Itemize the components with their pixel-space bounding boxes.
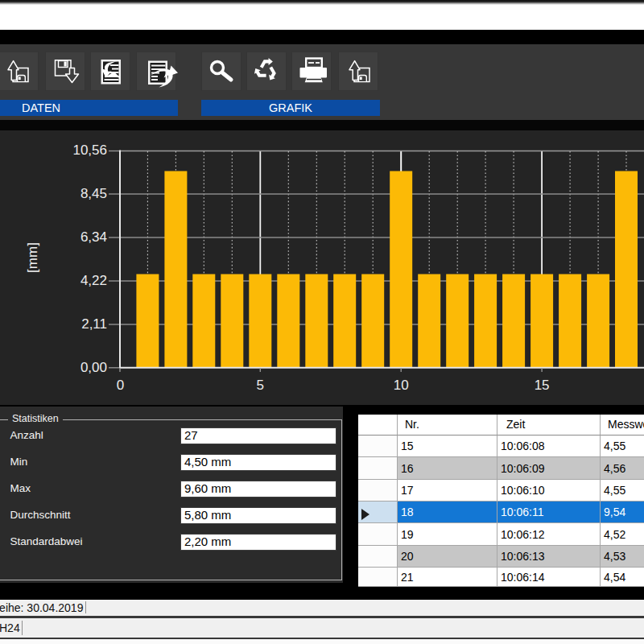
svg-text:10,56: 10,56: [72, 142, 107, 158]
svg-text:0: 0: [117, 378, 124, 393]
svg-text:[mm]: [mm]: [25, 242, 40, 273]
svg-text:2,11: 2,11: [81, 316, 107, 332]
svg-text:0,00: 0,00: [80, 360, 107, 375]
svg-text:5: 5: [257, 378, 264, 393]
svg-text:4,22: 4,22: [80, 273, 107, 288]
svg-text:6,34: 6,34: [80, 229, 107, 245]
svg-text:15: 15: [535, 378, 550, 393]
svg-text:8,45: 8,45: [80, 186, 107, 201]
svg-text:10: 10: [394, 378, 409, 393]
